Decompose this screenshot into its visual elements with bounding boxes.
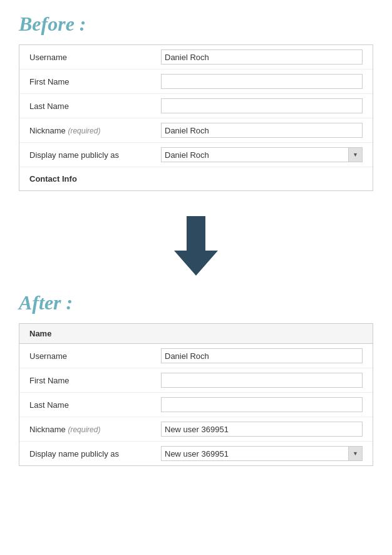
after-nickname-input[interactable] (161, 422, 363, 437)
after-form-box: Name Username First Name Last Name Nickn… (19, 323, 373, 466)
before-form-box: Username First Name Last Name Nickname (… (19, 44, 373, 191)
after-title: After : (19, 291, 373, 314)
svg-marker-0 (174, 216, 218, 276)
before-section: Before : Username First Name Last Name N… (19, 13, 373, 191)
after-displayname-value: New user 369951 (162, 448, 348, 460)
after-displayname-label: Display name publicly as (29, 449, 161, 459)
after-username-row: Username (19, 344, 373, 368)
before-nickname-input[interactable] (161, 123, 363, 138)
before-contact-info-label: Contact Info (29, 172, 77, 186)
after-lastname-label: Last Name (29, 400, 161, 410)
after-form-header: Name (19, 324, 373, 344)
before-displayname-select[interactable]: Daniel Roch (161, 147, 363, 162)
after-section: After : Name Username First Name Last Na… (19, 291, 373, 466)
down-arrow-icon (174, 216, 218, 279)
after-displayname-select[interactable]: New user 369951 (161, 446, 363, 461)
after-lastname-input[interactable] (161, 397, 363, 412)
before-displayname-row: Display name publicly as Daniel Roch (19, 143, 373, 167)
after-username-label: Username (29, 351, 161, 361)
after-displayname-dropdown-btn[interactable] (348, 447, 362, 460)
before-displayname-dropdown-btn[interactable] (348, 148, 362, 162)
before-title: Before : (19, 13, 373, 36)
before-username-input[interactable] (161, 49, 363, 65)
arrow-container (19, 204, 373, 291)
before-username-row: Username (19, 45, 373, 70)
after-username-input[interactable] (161, 348, 363, 363)
before-username-label: Username (29, 53, 161, 62)
before-nickname-label: Nickname (required) (29, 126, 161, 135)
after-firstname-input[interactable] (161, 373, 363, 388)
after-firstname-row: First Name (19, 368, 373, 393)
before-lastname-input[interactable] (161, 98, 363, 113)
before-firstname-label: First Name (29, 77, 161, 86)
after-lastname-row: Last Name (19, 393, 373, 417)
before-displayname-value: Daniel Roch (162, 149, 348, 161)
before-lastname-row: Last Name (19, 94, 373, 118)
before-contact-info-row: Contact Info (19, 167, 373, 190)
after-displayname-row: Display name publicly as New user 369951 (19, 442, 373, 465)
before-firstname-row: First Name (19, 70, 373, 94)
after-nickname-label: Nickname (required) (29, 425, 161, 434)
before-lastname-label: Last Name (29, 101, 161, 111)
before-firstname-input[interactable] (161, 74, 363, 89)
after-firstname-label: First Name (29, 376, 161, 385)
after-nickname-row: Nickname (required) (19, 417, 373, 442)
before-nickname-row: Nickname (required) (19, 118, 373, 143)
before-displayname-label: Display name publicly as (29, 150, 161, 160)
